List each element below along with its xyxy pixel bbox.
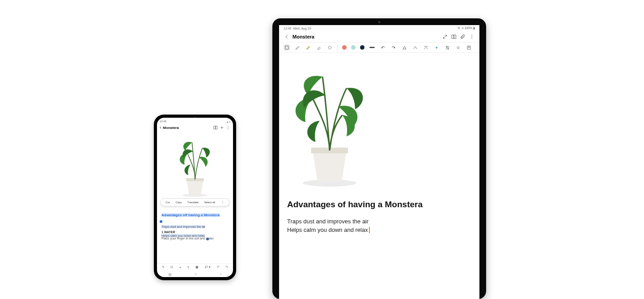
note-title[interactable]: Monstera	[292, 34, 314, 39]
plant-image	[287, 56, 372, 191]
note-title[interactable]: Monstera	[163, 126, 179, 130]
context-menu: Cut Copy Translate Select all ⋮	[161, 198, 229, 206]
checkbox-icon[interactable]: ☑	[170, 265, 173, 269]
highlighter-icon[interactable]	[305, 44, 311, 51]
style-icon[interactable]	[455, 44, 461, 51]
note-heading[interactable]: Advantages off having a Monstera	[161, 213, 220, 217]
pen-icon[interactable]	[294, 44, 301, 51]
section-water-title: 1 WATER	[161, 231, 175, 234]
phone-format-toolbar: ✎ ☑ ≡ T ▦ 17 ▾ ↶ ↷	[157, 263, 233, 271]
nav-back[interactable]: ‹	[220, 272, 221, 276]
add-icon[interactable]	[220, 125, 224, 130]
back-icon[interactable]: ‹	[160, 125, 161, 130]
status-right: ⇅ .ıl 100% ▮	[458, 26, 475, 30]
text-style-icon[interactable]: T	[187, 266, 189, 269]
color-swatch-1[interactable]	[342, 45, 347, 50]
phone-status-bar: 12:45 ▴ ▯	[157, 118, 233, 124]
straighten-icon[interactable]	[412, 44, 418, 51]
svg-rect-1	[216, 126, 217, 129]
handwriting-to-text-icon[interactable]	[423, 44, 429, 51]
phone-app-header: ‹ Monstera	[157, 124, 233, 131]
attach-icon[interactable]	[460, 34, 466, 40]
ctx-more-icon[interactable]: ⋮	[221, 201, 225, 204]
tablet-note-body[interactable]: Advantages of having a Monstera Traps du…	[279, 53, 479, 299]
tablet-app-header: Monstera	[279, 31, 479, 42]
android-nav-bar: ||| ○ ‹	[157, 271, 233, 277]
redo-icon[interactable]: ↷	[390, 44, 397, 51]
color-swatch-2[interactable]	[351, 45, 356, 50]
more-icon[interactable]	[469, 34, 475, 40]
tablet-status-bar: 12:45 Wed, Aug 19 ⇅ .ıl 100% ▮	[279, 25, 479, 31]
back-icon[interactable]	[284, 34, 290, 40]
status-time: 12:45	[160, 120, 166, 123]
nav-home[interactable]: ○	[195, 272, 197, 276]
ctx-cut[interactable]: Cut	[165, 201, 169, 204]
svg-rect-7	[454, 35, 456, 38]
ctx-copy[interactable]: Copy	[175, 201, 182, 204]
section-water-text: Place your finger in the soil and water.	[161, 237, 214, 240]
svg-point-4	[228, 128, 228, 129]
more-icon[interactable]	[226, 125, 230, 130]
color-swatch-3[interactable]	[360, 45, 364, 50]
ctx-translate[interactable]: Translate	[187, 201, 199, 204]
svg-rect-11	[285, 46, 288, 49]
selection-handle-start[interactable]	[160, 220, 162, 223]
note-line-1[interactable]: Traps dust and improves the air	[287, 218, 471, 226]
zoom-lock-icon[interactable]	[444, 44, 450, 51]
easy-writing-icon[interactable]: ✦	[433, 44, 440, 51]
phone-device: 12:45 ▴ ▯ ‹ Monstera	[154, 115, 236, 280]
reader-mode-icon[interactable]	[213, 125, 218, 130]
status-icons: ▴ ▯	[227, 120, 230, 123]
svg-point-10	[471, 38, 472, 39]
svg-point-8	[471, 35, 472, 36]
note-heading[interactable]: Advantages of having a Monstera	[287, 200, 471, 209]
table-icon[interactable]: ▦	[195, 265, 199, 269]
toolbar-divider	[337, 44, 338, 51]
page-template-icon[interactable]	[466, 44, 472, 51]
tablet-camera	[378, 21, 381, 23]
handwriting-icon[interactable]: ✎	[162, 265, 165, 269]
svg-point-12	[328, 46, 331, 49]
tablet-drawing-toolbar: ↶ ↷ ✦	[279, 42, 479, 53]
svg-rect-6	[452, 35, 454, 38]
svg-rect-0	[214, 126, 215, 129]
plant-image	[173, 131, 217, 198]
undo-icon[interactable]: ↶	[380, 44, 386, 51]
undo-icon[interactable]: ↶	[217, 265, 220, 269]
nav-recents[interactable]: |||	[169, 272, 171, 276]
phone-note-body[interactable]: Cut Copy Translate Select all ⋮ Advantag…	[157, 131, 233, 263]
note-line-2[interactable]: Helps calm you down and relax	[287, 226, 471, 235]
convert-shape-icon[interactable]	[401, 44, 407, 51]
svg-point-3	[228, 127, 228, 128]
redo-icon[interactable]: ↷	[225, 265, 228, 269]
text-mode-icon[interactable]	[284, 44, 290, 51]
status-left: 12:45 Wed, Aug 19	[284, 27, 311, 30]
text-cursor	[369, 227, 370, 233]
svg-rect-13	[369, 47, 375, 48]
font-size-selector[interactable]: 17 ▾	[204, 265, 211, 269]
reader-mode-icon[interactable]	[451, 34, 457, 40]
note-line-1[interactable]: Traps dust and improves the air	[161, 225, 205, 228]
eraser-icon[interactable]	[316, 44, 322, 51]
expand-icon[interactable]	[442, 34, 448, 40]
tablet-device: 12:45 Wed, Aug 19 ⇅ .ıl 100% ▮ Monstera …	[272, 18, 486, 299]
align-icon[interactable]: ≡	[179, 266, 181, 269]
phone-screen: 12:45 ▴ ▯ ‹ Monstera	[157, 118, 233, 277]
lasso-icon[interactable]	[326, 44, 333, 51]
stroke-width-icon[interactable]	[369, 44, 375, 51]
svg-point-2	[228, 126, 228, 126]
ctx-select-all[interactable]: Select all	[204, 201, 215, 204]
tablet-screen: 12:45 Wed, Aug 19 ⇅ .ıl 100% ▮ Monstera …	[279, 25, 479, 299]
svg-point-9	[471, 36, 472, 37]
